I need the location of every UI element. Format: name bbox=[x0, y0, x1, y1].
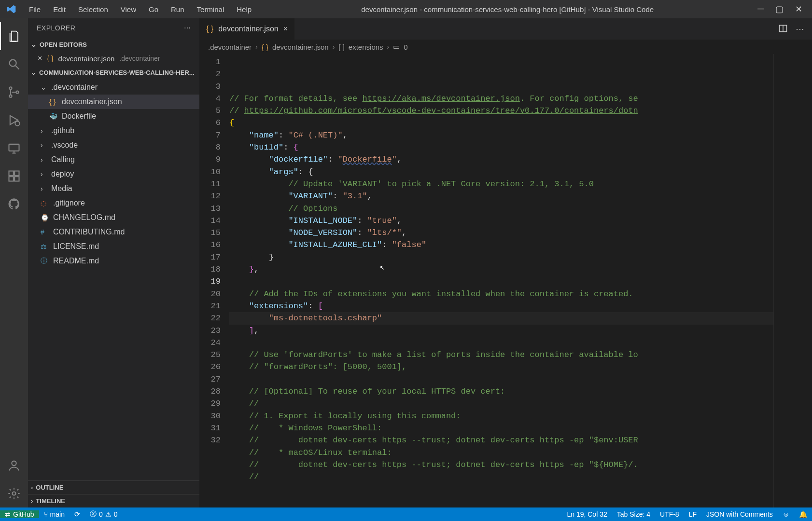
remote-indicator[interactable]: ⇄ GitHub bbox=[0, 510, 39, 518]
code-line[interactable]: ], bbox=[229, 325, 773, 337]
cursor-position[interactable]: Ln 19, Col 32 bbox=[562, 510, 612, 518]
file-row[interactable]: 🐳Dockerfile bbox=[28, 109, 199, 123]
file-row[interactable]: ⚖LICENSE.md bbox=[28, 239, 199, 254]
maximize-icon[interactable]: ▢ bbox=[775, 4, 784, 14]
github-icon[interactable] bbox=[0, 190, 28, 218]
outline-section[interactable]: › OUTLINE bbox=[28, 480, 199, 494]
code-line[interactable]: // bbox=[229, 471, 773, 483]
code-line[interactable]: // dotnet dev-certs https --trust; dotne… bbox=[229, 459, 773, 471]
problems-indicator[interactable]: ⓧ 0 ⚠ 0 bbox=[85, 510, 123, 519]
code-line[interactable]: // dotnet dev-certs https --trust; dotne… bbox=[229, 434, 773, 446]
line-number: 22 bbox=[199, 312, 221, 324]
file-row[interactable]: #CONTRIBUTING.md bbox=[28, 225, 199, 239]
code-line[interactable]: "args": { bbox=[229, 166, 773, 178]
breadcrumbs[interactable]: .devcontainer › { } devcontainer.json › … bbox=[199, 40, 812, 54]
sidebar-more-icon[interactable]: ⋯ bbox=[184, 24, 191, 32]
code-line[interactable]: // Options bbox=[229, 203, 773, 215]
folder-row[interactable]: ›Calling bbox=[28, 152, 199, 167]
menu-view[interactable]: View bbox=[115, 1, 142, 17]
code-line[interactable] bbox=[229, 275, 773, 288]
minimize-icon[interactable]: ─ bbox=[757, 4, 764, 14]
feedback-icon[interactable]: ☺ bbox=[778, 510, 794, 518]
source-control-icon[interactable] bbox=[0, 78, 28, 106]
code-line[interactable]: "INSTALL_AZURE_CLI": "false" bbox=[229, 239, 773, 251]
menu-edit[interactable]: Edit bbox=[47, 1, 71, 17]
explorer-icon[interactable] bbox=[0, 22, 28, 50]
code-line[interactable]: } bbox=[229, 251, 773, 263]
code-line[interactable]: "build": { bbox=[229, 141, 773, 153]
folder-row[interactable]: ›Media bbox=[28, 181, 199, 196]
folder-row[interactable]: ›deploy bbox=[28, 167, 199, 181]
encoding[interactable]: UTF-8 bbox=[655, 510, 684, 518]
code-line[interactable]: "VARIANT": "3.1", bbox=[229, 190, 773, 202]
settings-gear-icon[interactable] bbox=[0, 480, 28, 507]
minimap[interactable] bbox=[773, 54, 812, 507]
menu-run[interactable]: Run bbox=[165, 1, 190, 17]
run-debug-icon[interactable] bbox=[0, 106, 28, 134]
code-line[interactable]: "ms-dotnettools.csharp" bbox=[229, 312, 773, 324]
code-line[interactable] bbox=[229, 337, 773, 349]
code-line[interactable]: // "forwardPorts": [5000, 5001], bbox=[229, 361, 773, 373]
code-line[interactable]: // Use 'forwardPorts' to make a list of … bbox=[229, 349, 773, 361]
code-line[interactable]: "dockerfile": "Dockerfile", bbox=[229, 153, 773, 165]
file-row[interactable]: ⓘREADME.md bbox=[28, 254, 199, 268]
code-line[interactable]: }, bbox=[229, 263, 773, 275]
code-line[interactable]: // bbox=[229, 398, 773, 410]
project-section[interactable]: ⌄ COMMUNICATION-SERVICES-WEB-CALLING-HER… bbox=[28, 66, 199, 79]
file-row[interactable]: { }devcontainer.json bbox=[28, 95, 199, 109]
language-mode[interactable]: JSON with Comments bbox=[701, 510, 778, 518]
file-row[interactable]: ◌.gitignore bbox=[28, 196, 199, 210]
accounts-icon[interactable] bbox=[0, 452, 28, 480]
search-icon[interactable] bbox=[0, 50, 28, 78]
tab-size[interactable]: Tab Size: 4 bbox=[612, 510, 655, 518]
line-number: 32 bbox=[199, 434, 221, 446]
code-line[interactable]: "INSTALL_NODE": "true", bbox=[229, 215, 773, 227]
eol[interactable]: LF bbox=[684, 510, 701, 518]
open-editors-section[interactable]: ⌄ OPEN EDITORS bbox=[28, 38, 199, 51]
code-editor[interactable]: 1234567891011121314151617181920212223242… bbox=[199, 54, 812, 507]
timeline-section[interactable]: › TIMELINE bbox=[28, 494, 199, 507]
breadcrumb-item[interactable]: .devcontainer bbox=[208, 43, 252, 51]
code-line[interactable]: // https://github.com/microsoft/vscode-d… bbox=[229, 105, 773, 117]
notifications-icon[interactable]: 🔔 bbox=[794, 510, 812, 518]
close-editor-icon[interactable]: × bbox=[38, 54, 42, 63]
tab-devcontainer[interactable]: { } devcontainer.json × bbox=[199, 18, 295, 40]
sync-button[interactable]: ⟳ bbox=[70, 510, 85, 518]
menu-file[interactable]: File bbox=[23, 1, 46, 17]
breadcrumb-item[interactable]: devcontainer.json bbox=[272, 43, 329, 51]
open-editor-item[interactable]: × { } devcontainer.json .devcontainer bbox=[28, 51, 199, 66]
code-line[interactable]: "NODE_VERSION": "lts/*", bbox=[229, 227, 773, 239]
code-content[interactable]: ↖ // For format details, see https://aka… bbox=[229, 54, 773, 507]
split-editor-icon[interactable] bbox=[778, 24, 788, 34]
code-line[interactable]: // * macOS/Linux terminal: bbox=[229, 447, 773, 459]
line-number: 28 bbox=[199, 385, 221, 398]
remote-explorer-icon[interactable] bbox=[0, 134, 28, 162]
menu-terminal[interactable]: Terminal bbox=[191, 1, 230, 17]
code-line[interactable]: // [Optional] To reuse of your local HTT… bbox=[229, 385, 773, 398]
folder-row[interactable]: ⌄.devcontainer bbox=[28, 80, 199, 95]
close-icon[interactable]: ✕ bbox=[795, 4, 802, 14]
menu-go[interactable]: Go bbox=[143, 1, 164, 17]
menu-selection[interactable]: Selection bbox=[72, 1, 114, 17]
code-line[interactable]: // 1. Export it locally using this comma… bbox=[229, 410, 773, 422]
code-line[interactable]: // Add the IDs of extensions you want in… bbox=[229, 288, 773, 300]
code-line[interactable]: "extensions": [ bbox=[229, 300, 773, 312]
file-row[interactable]: ⌚CHANGELOG.md bbox=[28, 210, 199, 225]
branch-indicator[interactable]: ⑂ main bbox=[39, 510, 70, 518]
breadcrumb-item[interactable]: 0 bbox=[404, 43, 407, 51]
code-line[interactable] bbox=[229, 373, 773, 385]
svg-point-0 bbox=[10, 60, 16, 67]
code-line[interactable]: // Update 'VARIANT' to pick a .NET Core … bbox=[229, 178, 773, 190]
menu-help[interactable]: Help bbox=[231, 1, 257, 17]
folder-row[interactable]: ›.vscode bbox=[28, 138, 199, 152]
code-line[interactable]: // * Windows PowerShell: bbox=[229, 422, 773, 434]
warning-count: 0 bbox=[114, 510, 118, 518]
tab-close-icon[interactable]: × bbox=[283, 25, 288, 33]
breadcrumb-item[interactable]: extensions bbox=[349, 43, 383, 51]
code-line[interactable]: // For format details, see https://aka.m… bbox=[229, 93, 773, 105]
extensions-icon[interactable] bbox=[0, 162, 28, 190]
code-line[interactable]: "name": "C# (.NET)", bbox=[229, 129, 773, 141]
folder-row[interactable]: ›.github bbox=[28, 123, 199, 138]
editor-more-icon[interactable]: ⋯ bbox=[796, 24, 804, 34]
code-line[interactable]: { bbox=[229, 117, 773, 129]
